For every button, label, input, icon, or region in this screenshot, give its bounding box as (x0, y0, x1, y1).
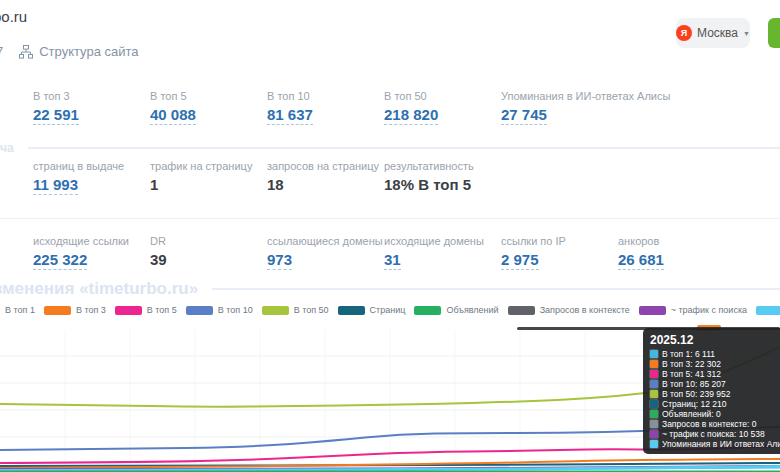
tooltip-row: В топ 3: 22 302 (650, 359, 780, 369)
section-title-partial: ча (0, 141, 14, 155)
stat-queries-per-page: запросов на страницу 18 (267, 160, 384, 195)
stat-value: 18% В топ 5 (384, 176, 471, 193)
stat-label: запросов на страницу (267, 160, 384, 172)
stat-label: страниц в выдаче (33, 160, 150, 172)
stat-value-link[interactable]: 11 993 (33, 176, 78, 195)
stat-label: В топ 3 (33, 90, 150, 102)
legend-swatch (115, 306, 142, 315)
legend-item-top10[interactable]: В топ 10 (186, 305, 253, 315)
stat-traffic-per-page: трафик на страницу 1 (150, 160, 267, 195)
stat-value-link[interactable]: 27 745 (501, 106, 547, 125)
chart-tooltip: 2025.12 В топ 1: 6 111 В топ 3: 22 302 В… (643, 328, 780, 454)
legend-label: Объявлений (446, 305, 498, 315)
legend-label: В топ 10 (218, 305, 253, 315)
legend-swatch (262, 306, 289, 315)
stat-label: анкоров (618, 235, 780, 247)
stat-label: Упоминания в ИИ-ответах Алисы (501, 90, 780, 102)
legend-item-ads[interactable]: Объявлений (414, 305, 498, 315)
stat-value: 39 (150, 251, 167, 268)
tooltip-swatch (650, 440, 658, 448)
tooltip-swatch (650, 360, 658, 368)
section-divider (28, 147, 780, 149)
tooltip-date: 2025.12 (650, 333, 780, 347)
stat-value-link[interactable]: 2 975 (501, 251, 539, 270)
stat-label: исходящие домены (384, 235, 501, 247)
legend-label: Страниц (370, 305, 406, 315)
legend-item-top3[interactable]: В топ 3 (44, 305, 106, 315)
dashboard-page: bo.ru 7 Структура сайта Я Москва ▼ В топ… (0, 0, 780, 472)
tooltip-row: В топ 1: 6 111 (650, 349, 780, 359)
stat-label: трафик на страницу (150, 160, 267, 172)
sitemap-icon (19, 45, 33, 59)
region-label: Москва (697, 26, 738, 40)
tooltip-text: В топ 5: 41 312 (662, 369, 721, 379)
tooltip-text: В топ 3: 22 302 (662, 359, 721, 369)
stat-value-link[interactable]: 40 088 (150, 106, 196, 125)
tooltip-swatch (650, 420, 658, 428)
legend-item-top50[interactable]: В топ 50 (262, 305, 329, 315)
stat-label: результативность (384, 160, 780, 172)
tooltip-row: В топ 5: 41 312 (650, 369, 780, 379)
legend-swatch (414, 306, 441, 315)
stat-label: ссылающиеся домены (267, 235, 384, 247)
tooltip-text: Объявлений: 0 (662, 409, 721, 419)
tooltip-row: Упоминания в ИИ ответах Алисы: 25 1 (650, 439, 780, 449)
stat-value-link[interactable]: 31 (384, 251, 401, 270)
stat-value-link[interactable]: 973 (267, 251, 292, 270)
action-button[interactable] (768, 18, 780, 48)
chart-section-title: зменения «timeturbo.ru» (0, 279, 198, 299)
legend-item-top5[interactable]: В топ 5 (115, 305, 177, 315)
legend-item-pages[interactable]: Страниц (338, 305, 406, 315)
legend-item-search-traffic[interactable]: ~ трафик с поиска (639, 305, 747, 315)
legend-swatch (186, 306, 213, 315)
stat-top3: В топ 3 22 591 (33, 90, 150, 125)
legend-label: В топ 3 (76, 305, 106, 315)
legend-swatch (44, 306, 71, 315)
stat-value-link[interactable]: 218 820 (384, 106, 438, 125)
stat-outgoing-links: исходящие ссылки 225 322 (33, 235, 150, 270)
legend-item-context-queries[interactable]: Запросов в контексте (508, 305, 630, 315)
tooltip-swatch (650, 400, 658, 408)
stat-effectiveness: результативность 18% В топ 5 (384, 160, 780, 195)
tooltip-text: В топ 10: 85 207 (662, 379, 726, 389)
legend-item-alice-mentions[interactable]: Упоминания в ИИ ответах Алисы (756, 305, 780, 315)
stat-value-link[interactable]: 81 637 (267, 106, 313, 125)
domain-title: bo.ru (0, 8, 27, 25)
tooltip-row: Страниц: 12 210 (650, 399, 780, 409)
legend-swatch (639, 306, 666, 315)
counter-partial: 7 (0, 44, 3, 59)
legend-label: В топ 5 (147, 305, 177, 315)
legend-swatch (756, 306, 780, 315)
tooltip-text: Упоминания в ИИ ответах Алисы: 25 1 (662, 439, 780, 449)
tooltip-row: В топ 10: 85 207 (650, 379, 780, 389)
legend-label: В топ 50 (294, 305, 329, 315)
tooltip-row: Запросов в контексте: 0 (650, 419, 780, 429)
stat-label: В топ 10 (267, 90, 384, 102)
tooltip-swatch (650, 430, 658, 438)
region-selector[interactable]: Я Москва ▼ (676, 18, 750, 48)
stat-ip-links: ссылки по IP 2 975 (501, 235, 618, 270)
tooltip-row: Объявлений: 0 (650, 409, 780, 419)
section-divider (212, 288, 780, 290)
legend-label: Запросов в контексте (540, 305, 630, 315)
stat-value-link[interactable]: 22 591 (33, 106, 79, 125)
site-structure-label: Структура сайта (39, 44, 138, 59)
tooltip-row: В топ 50: 239 952 (650, 389, 780, 399)
legend-swatch (338, 306, 365, 315)
stat-label: ссылки по IP (501, 235, 618, 247)
stat-top5: В топ 5 40 088 (150, 90, 267, 125)
stat-label: В топ 50 (384, 90, 501, 102)
legend-label: В топ 1 (5, 305, 35, 315)
tooltip-text: В топ 1: 6 111 (662, 349, 715, 359)
stat-top50: В топ 50 218 820 (384, 90, 501, 125)
chevron-down-icon: ▼ (743, 30, 750, 37)
stat-value-link[interactable]: 26 681 (618, 251, 664, 270)
stat-value-link[interactable]: 225 322 (33, 251, 87, 270)
site-structure-link[interactable]: Структура сайта (19, 44, 138, 59)
legend-item-top1[interactable]: В топ 1 (0, 305, 35, 315)
tooltip-text: Страниц: 12 210 (662, 399, 727, 409)
tooltip-text: Запросов в контексте: 0 (662, 419, 757, 429)
yandex-icon: Я (676, 25, 692, 41)
tooltip-swatch (650, 350, 658, 358)
tooltip-swatch (650, 370, 658, 378)
